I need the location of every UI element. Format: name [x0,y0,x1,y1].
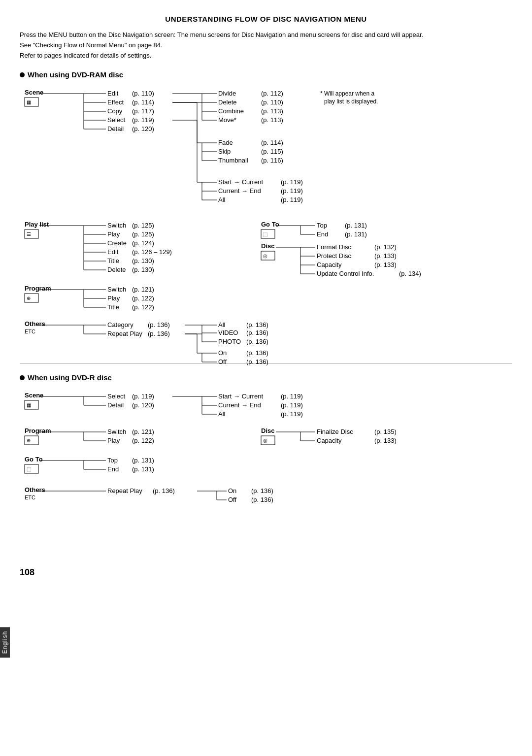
svg-text:(p. 136): (p. 136) [148,321,170,329]
svg-text:◎: ◎ [263,438,267,443]
svg-text:(p. 132): (p. 132) [374,243,397,251]
svg-text:(p. 136): (p. 136) [148,330,170,337]
svg-text:Off: Off [228,496,236,503]
svg-text:(p. 113): (p. 113) [261,116,283,124]
svg-text:⬚: ⬚ [27,466,31,472]
svg-text:(p. 136): (p. 136) [246,329,268,336]
svg-text:(p. 119): (p. 119) [281,196,303,203]
svg-text:* Will appear when a: * Will appear when a [320,90,374,97]
svg-text:Category: Category [107,321,133,329]
page-number: 108 [20,567,512,578]
svg-text:Capacity: Capacity [317,437,342,444]
svg-text:(p. 122): (p. 122) [132,437,154,444]
svg-text:(p. 131): (p. 131) [345,230,367,238]
svg-text:(p. 136): (p. 136) [153,487,175,494]
svg-text:(p. 119): (p. 119) [281,401,303,409]
svg-text:Finalize Disc: Finalize Disc [317,428,353,435]
svg-text:Disc: Disc [261,427,274,434]
svg-text:(p. 119): (p. 119) [132,393,154,400]
svg-text:Switch: Switch [107,222,126,229]
svg-text:(p. 126 – 129): (p. 126 – 129) [132,248,172,256]
svg-text:VIDEO: VIDEO [218,329,238,336]
svg-text:(p. 114): (p. 114) [261,139,283,146]
svg-text:Program: Program [25,285,51,292]
svg-text:Others: Others [25,320,45,328]
svg-text:All: All [218,321,226,329]
svg-text:Top: Top [317,222,327,229]
svg-text:Detail: Detail [107,401,124,409]
scene-label: Scene [25,89,43,96]
svg-text:(p. 125): (p. 125) [132,230,154,238]
svg-text:(p. 119): (p. 119) [281,187,303,195]
svg-text:(p. 136): (p. 136) [251,487,273,494]
svg-text:Disc: Disc [261,242,274,250]
svg-text:Protect Disc: Protect Disc [317,252,352,260]
svg-text:Go To: Go To [261,221,279,228]
svg-text:▦: ▦ [27,402,31,408]
svg-text:All: All [218,196,226,203]
svg-text:Scene: Scene [25,392,43,399]
svg-text:Move*: Move* [218,116,236,124]
svg-text:Delete: Delete [218,99,237,106]
svg-text:(p. 136): (p. 136) [246,358,268,365]
svg-text:(p. 124): (p. 124) [132,239,154,247]
svg-text:(p. 131): (p. 131) [345,222,367,229]
svg-text:(p. 119): (p. 119) [132,116,154,124]
svg-text:Play: Play [107,437,120,444]
section2-title: When using DVD-R disc [20,373,512,382]
svg-text:On: On [218,349,227,357]
svg-text:Program: Program [25,427,51,434]
svg-text:(p. 130): (p. 130) [132,266,154,273]
svg-text:(p. 114): (p. 114) [132,99,154,106]
svg-text:(p. 131): (p. 131) [132,457,154,464]
svg-text:Others: Others [25,486,45,493]
svg-text:Switch: Switch [107,286,126,293]
svg-text:(p. 112): (p. 112) [261,90,283,97]
sidebar-label: English [1,631,8,654]
svg-text:ETC: ETC [25,329,35,334]
svg-text:Switch: Switch [107,428,126,435]
dvd-ram-diagram: Scene ▦ Edit (p. 110) Effect (p. 114) Co… [20,86,512,348]
svg-text:play list is displayed.: play list is displayed. [324,98,378,105]
svg-text:(p. 136): (p. 136) [246,338,268,345]
svg-text:◎: ◎ [263,253,267,259]
svg-text:Top: Top [107,457,118,464]
svg-text:Edit: Edit [107,248,119,256]
svg-text:(p. 133): (p. 133) [374,437,397,444]
svg-text:Fade: Fade [218,139,233,146]
svg-text:▦: ▦ [27,99,31,105]
svg-text:End: End [107,465,119,473]
svg-text:Update Control Info.: Update Control Info. [317,270,374,277]
svg-text:(p. 125): (p. 125) [132,222,154,229]
svg-text:(p. 130): (p. 130) [132,257,154,264]
svg-text:(p. 117): (p. 117) [132,107,154,115]
svg-text:Thumbnail: Thumbnail [218,157,248,164]
svg-text:(p. 115): (p. 115) [261,148,283,155]
svg-text:(p. 135): (p. 135) [374,428,397,435]
bullet-icon-2 [20,375,25,380]
svg-text:(p. 119): (p. 119) [281,178,303,186]
svg-text:On: On [228,487,236,494]
svg-line-41 [172,102,202,143]
svg-text:PHOTO: PHOTO [218,338,241,345]
svg-text:Capacity: Capacity [317,261,342,268]
svg-text:(p. 122): (p. 122) [132,303,154,311]
svg-text:ETC: ETC [25,494,35,500]
svg-text:(p. 136): (p. 136) [246,349,268,357]
svg-text:(p. 110): (p. 110) [132,90,154,97]
scene-effect-label: Effect [107,99,124,106]
svg-text:Format Disc: Format Disc [317,243,352,251]
svg-text:Combine: Combine [218,107,244,115]
svg-text:(p. 136): (p. 136) [246,321,268,329]
svg-text:Play: Play [107,295,120,302]
svg-text:Start → Current: Start → Current [218,178,263,186]
svg-text:⊕: ⊕ [27,438,31,443]
svg-text:(p. 120): (p. 120) [132,401,154,409]
scene-copy-label: Copy [107,107,123,115]
svg-text:(p. 110): (p. 110) [261,99,283,106]
svg-text:Select: Select [107,393,126,400]
svg-text:Go To: Go To [25,456,43,463]
svg-text:Skip: Skip [218,148,231,155]
dvd-ram-tree-svg: Scene ▦ Edit (p. 110) Effect (p. 114) Co… [20,86,512,347]
page-title: UNDERSTANDING FLOW OF DISC NAVIGATION ME… [20,15,512,23]
